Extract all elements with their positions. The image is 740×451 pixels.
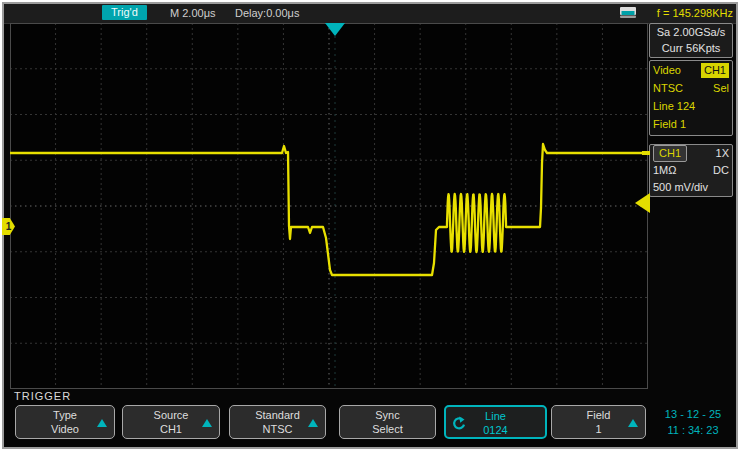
oscilloscope-screenshot: Trig'd M 2.00μs Delay:0.00μs f = 145.298… <box>0 0 740 451</box>
rotary-knob-icon <box>451 416 466 433</box>
coupling-readout: DC <box>713 162 729 179</box>
chevron-up-icon <box>308 419 318 427</box>
trigger-level-marker <box>635 193 650 213</box>
sample-rate-readout: Sa 2.00GSa/s <box>650 24 732 40</box>
acquisition-info-panel: Sa 2.00GSa/s Curr 56Kpts <box>649 23 733 58</box>
menu-button-source[interactable]: SourceCH1 <box>122 405 220 439</box>
menu-button-sync[interactable]: SyncSelect <box>339 405 436 439</box>
video-signal-trace <box>10 144 648 275</box>
memory-depth-readout: Curr 56Kpts <box>650 40 732 56</box>
delay-readout: Delay:0.00μs <box>235 7 299 19</box>
menu-section-title: TRIGGER <box>14 390 71 402</box>
video-standard-readout: NTSC <box>653 79 683 97</box>
trigger-source-readout: CH1 <box>701 63 729 78</box>
frequency-counter: f = 145.298KHz <box>657 7 733 19</box>
channel1-level-dash <box>642 151 650 155</box>
sync-sel-readout: Sel <box>713 79 729 97</box>
channel1-info-panel: CH1 1X 1MΩ DC 500 mV/div <box>649 144 733 197</box>
probe-attenuation-readout: 1X <box>716 145 729 162</box>
channel1-waveform <box>10 23 648 389</box>
chevron-up-icon <box>97 419 107 427</box>
trigger-position-marker <box>325 23 345 36</box>
usb-device-icon <box>620 7 637 22</box>
status-bar: Trig'd M 2.00μs Delay:0.00μs f = 145.298… <box>4 4 736 24</box>
trigger-status-badge: Trig'd <box>102 5 147 20</box>
time-readout: 11 : 34: 23 <box>652 422 734 438</box>
datetime-display: 13 - 12 - 25 11 : 34: 23 <box>652 406 734 438</box>
field-number-readout: Field 1 <box>653 115 686 133</box>
softkey-value: Select <box>340 422 435 436</box>
chevron-up-icon <box>628 419 638 427</box>
impedance-readout: 1MΩ <box>653 162 677 179</box>
chevron-up-icon <box>202 419 212 427</box>
volts-per-div-readout: 500 mV/div <box>653 179 708 196</box>
video-trigger-panel: Video CH1 NTSC Sel Line 124 Field 1 <box>649 60 733 136</box>
menu-button-standard[interactable]: StandardNTSC <box>229 405 326 439</box>
oscilloscope-screen: Trig'd M 2.00μs Delay:0.00μs f = 145.298… <box>2 2 738 449</box>
menu-button-line[interactable]: Line0124 <box>444 405 547 439</box>
menu-button-type[interactable]: TypeVideo <box>15 405 115 439</box>
timebase-readout: M 2.00μs <box>170 7 215 19</box>
line-number-readout: Line 124 <box>653 97 695 115</box>
trigger-type-readout: Video <box>653 61 681 79</box>
menu-button-field[interactable]: Field1 <box>551 405 646 439</box>
waveform-display <box>10 23 648 389</box>
date-readout: 13 - 12 - 25 <box>652 406 734 422</box>
softkey-label: Sync <box>340 408 435 422</box>
channel1-label: CH1 <box>653 145 687 162</box>
